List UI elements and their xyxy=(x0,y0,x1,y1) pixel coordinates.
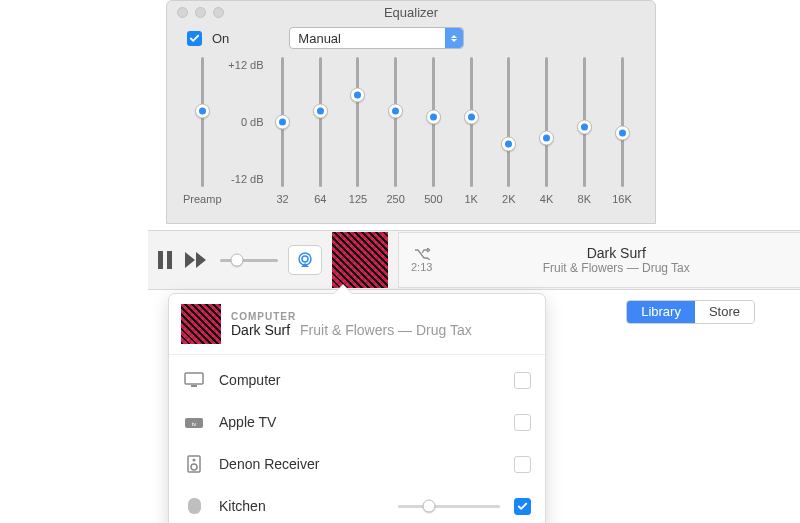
band-freq-label: 16K xyxy=(612,193,632,205)
speaker-icon xyxy=(183,455,205,473)
device-checkbox[interactable] xyxy=(514,498,531,515)
slider-thumb-icon xyxy=(313,104,328,119)
scale-max: +12 dB xyxy=(222,59,264,71)
tab-library[interactable]: Library xyxy=(627,301,695,323)
volume-slider[interactable] xyxy=(220,259,278,262)
band-freq-label: 250 xyxy=(387,193,405,205)
device-name: Computer xyxy=(219,372,500,388)
airplay-device[interactable]: Computer xyxy=(169,359,545,401)
svg-rect-0 xyxy=(158,251,163,269)
track-title: Dark Surf xyxy=(442,245,790,261)
device-checkbox[interactable] xyxy=(514,456,531,473)
view-tabs: Library Store xyxy=(626,300,755,324)
appletv-icon: tv xyxy=(183,415,205,429)
svg-rect-11 xyxy=(188,498,201,514)
now-playing-display: 2:13 Dark Surf Fruit & Flowers — Drug Ta… xyxy=(398,232,800,288)
next-button[interactable] xyxy=(184,252,210,268)
eq-band-slider[interactable] xyxy=(502,57,516,187)
device-name: Apple TV xyxy=(219,414,500,430)
airplay-popover: COMPUTER Dark Surf Fruit & Flowers — Dru… xyxy=(168,293,546,523)
shuffle-icon[interactable] xyxy=(414,248,430,260)
device-checkbox[interactable] xyxy=(514,372,531,389)
airplay-device-list: ComputertvApple TVDenon ReceiverKitchen xyxy=(169,355,545,523)
band-freq-label: 2K xyxy=(502,193,515,205)
album-art[interactable] xyxy=(332,232,388,288)
eq-band-slider[interactable] xyxy=(540,57,554,187)
db-scale: +12 dB 0 dB -12 dB xyxy=(222,57,264,187)
elapsed-time: 2:13 xyxy=(411,261,432,273)
eq-band-slider[interactable] xyxy=(615,57,629,187)
eq-band-slider[interactable] xyxy=(276,57,290,187)
slider-thumb-icon xyxy=(464,109,479,124)
airplay-source-label: COMPUTER xyxy=(231,311,472,322)
device-volume-slider[interactable] xyxy=(398,505,500,508)
svg-point-3 xyxy=(302,256,308,262)
eq-on-label: On xyxy=(212,31,229,46)
svg-point-10 xyxy=(191,464,197,470)
slider-thumb-icon xyxy=(615,125,630,140)
airplay-device[interactable]: Denon Receiver xyxy=(169,443,545,485)
slider-thumb-icon xyxy=(275,115,290,130)
airplay-device[interactable]: Kitchen xyxy=(169,485,545,523)
tab-store[interactable]: Store xyxy=(695,301,754,323)
slider-thumb-icon xyxy=(426,109,441,124)
player-toolbar: 2:13 Dark Surf Fruit & Flowers — Drug Ta… xyxy=(148,230,800,290)
eq-band-slider[interactable] xyxy=(389,57,403,187)
slider-thumb-icon xyxy=(422,500,435,513)
eq-bands: 32641252505001K2K4K8K16K xyxy=(264,57,641,205)
window-title: Equalizer xyxy=(167,5,655,20)
titlebar: Equalizer xyxy=(167,1,655,23)
svg-point-9 xyxy=(193,459,196,462)
band-freq-label: 500 xyxy=(424,193,442,205)
scale-mid: 0 dB xyxy=(222,116,264,128)
band-freq-label: 1K xyxy=(464,193,477,205)
preamp-label: Preamp xyxy=(183,193,222,205)
airplay-button[interactable] xyxy=(288,245,322,275)
device-checkbox[interactable] xyxy=(514,414,531,431)
device-name: Denon Receiver xyxy=(219,456,500,472)
scale-min: -12 dB xyxy=(222,173,264,185)
slider-thumb-icon xyxy=(350,87,365,102)
slider-thumb-icon xyxy=(231,254,244,267)
eq-band-slider[interactable] xyxy=(351,57,365,187)
equalizer-window: Equalizer On Manual Preamp +12 dB 0 dB -… xyxy=(166,0,656,224)
band-freq-label: 8K xyxy=(578,193,591,205)
pause-button[interactable] xyxy=(156,250,174,270)
eq-on-checkbox[interactable] xyxy=(187,31,202,46)
slider-thumb-icon xyxy=(539,131,554,146)
eq-band-slider[interactable] xyxy=(313,57,327,187)
band-freq-label: 4K xyxy=(540,193,553,205)
slider-thumb-icon xyxy=(501,136,516,151)
preset-select[interactable]: Manual xyxy=(289,27,464,49)
homepod-icon xyxy=(183,497,205,515)
slider-thumb-icon xyxy=(577,120,592,135)
stepper-icon xyxy=(445,28,463,48)
svg-text:tv: tv xyxy=(192,421,197,427)
eq-band-slider[interactable] xyxy=(464,57,478,187)
band-freq-label: 64 xyxy=(314,193,326,205)
preamp-slider[interactable] xyxy=(195,57,209,187)
airplay-track-meta: Fruit & Flowers — Drug Tax xyxy=(300,322,472,338)
eq-band-slider[interactable] xyxy=(577,57,591,187)
airplay-now-playing: COMPUTER Dark Surf Fruit & Flowers — Dru… xyxy=(169,294,545,355)
airplay-device[interactable]: tvApple TV xyxy=(169,401,545,443)
svg-rect-5 xyxy=(191,385,197,387)
device-name: Kitchen xyxy=(219,498,384,514)
svg-rect-4 xyxy=(185,373,203,384)
display-icon xyxy=(183,372,205,388)
eq-band-slider[interactable] xyxy=(426,57,440,187)
album-art xyxy=(181,304,221,344)
track-subtitle: Fruit & Flowers — Drug Tax xyxy=(442,261,790,275)
preset-value: Manual xyxy=(290,31,341,46)
slider-thumb-icon xyxy=(195,104,210,119)
band-freq-label: 125 xyxy=(349,193,367,205)
airplay-track-title: Dark Surf xyxy=(231,322,290,338)
svg-rect-1 xyxy=(167,251,172,269)
slider-thumb-icon xyxy=(388,104,403,119)
band-freq-label: 32 xyxy=(276,193,288,205)
